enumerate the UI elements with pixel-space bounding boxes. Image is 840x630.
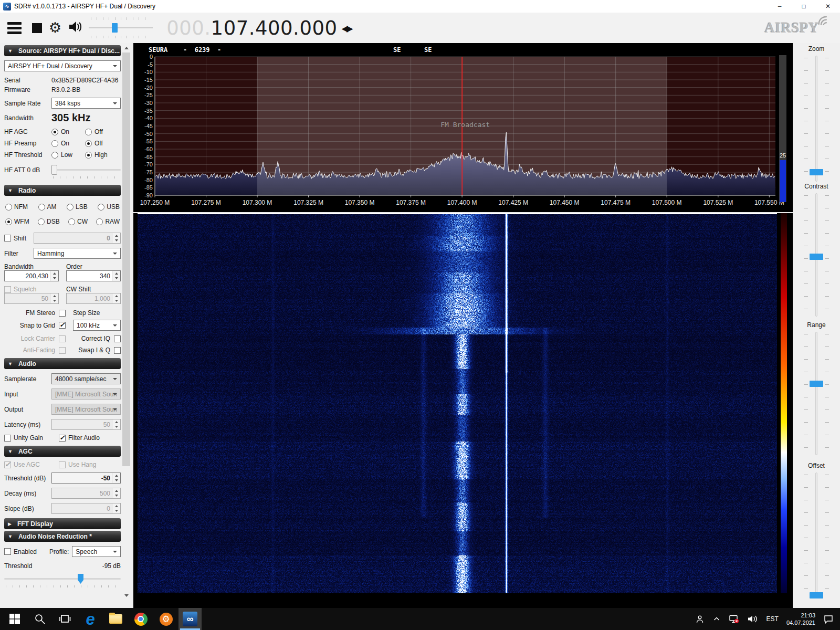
anr-threshold-slider[interactable] [4, 574, 121, 584]
radio-icon[interactable] [51, 140, 58, 147]
waterfall-display[interactable] [138, 213, 777, 593]
audio-panel-header[interactable]: ▼Audio [4, 358, 121, 369]
agc-panel-header[interactable]: ▼AGC [4, 446, 121, 457]
people-icon[interactable] [695, 615, 705, 624]
unity-gain-row[interactable]: Unity Gain [4, 434, 59, 442]
samplerate-select[interactable]: 48000 sample/sec [51, 373, 121, 384]
settings-gear-icon[interactable]: ⚙ [49, 21, 61, 35]
collapse-arrow-icon[interactable]: ▼ [8, 188, 13, 193]
edge-browser-icon[interactable]: e [78, 608, 103, 630]
language-indicator[interactable]: EST [766, 615, 779, 623]
volume-slider[interactable] [89, 16, 153, 39]
order-input[interactable]: 340 [66, 270, 121, 281]
radio-icon[interactable] [68, 218, 75, 225]
settings-app-icon[interactable]: ⚙ [153, 608, 178, 630]
tune-down-icon[interactable]: ◂ [342, 20, 347, 35]
shift-checkbox-row[interactable]: Shift [4, 235, 34, 242]
hf-preamp-off-option[interactable]: Off [85, 140, 103, 147]
sdrsharp-taskbar-icon[interactable]: ∞ [178, 608, 202, 630]
tune-up-icon[interactable]: ▸ [346, 20, 352, 35]
unity-gain-checkbox[interactable] [4, 435, 11, 442]
range-slider-thumb[interactable] [810, 381, 823, 387]
filter-audio-checkbox[interactable] [59, 435, 66, 442]
shift-checkbox[interactable] [4, 235, 11, 242]
squelch-checkbox-row[interactable]: Squelch [4, 286, 59, 293]
filter-audio-row[interactable]: Filter Audio [59, 434, 100, 442]
mode-wfm[interactable]: WFM [5, 218, 29, 225]
fm-stereo-checkbox[interactable] [59, 310, 66, 317]
file-explorer-icon[interactable] [103, 608, 128, 630]
clock[interactable]: 21:03 04.07.2021 [786, 612, 815, 627]
range-slider[interactable] [815, 332, 817, 455]
frequency-main[interactable]: 107.400.000 [211, 17, 338, 39]
radio-icon[interactable] [85, 129, 92, 135]
radio-panel-header[interactable]: ▼Radio [4, 185, 121, 196]
anr-panel-header[interactable]: ▼Audio Noise Reduction * [4, 531, 121, 542]
volume-thumb[interactable] [112, 23, 118, 33]
mode-lsb[interactable]: LSB [67, 203, 88, 211]
hf-threshold-high-option[interactable]: High [85, 151, 108, 159]
radio-icon[interactable] [38, 204, 45, 211]
minimize-button[interactable]: – [768, 0, 792, 13]
hf-att-thumb[interactable] [51, 165, 57, 175]
swap-iq-checkbox[interactable] [114, 347, 121, 354]
maximize-button[interactable]: □ [792, 0, 816, 13]
frequency-display[interactable]: 000.107.400.000 [166, 17, 337, 39]
mode-dsb[interactable]: DSB [38, 218, 60, 225]
radio-selected-icon[interactable] [51, 129, 58, 135]
close-button[interactable]: ✕ [816, 0, 840, 13]
source-panel-header[interactable]: ▼Source: AIRSPY HF+ Dual / Disc... [4, 45, 121, 56]
mode-raw[interactable]: RAW [96, 218, 120, 225]
hf-agc-off-option[interactable]: Off [85, 128, 103, 135]
chrome-browser-icon[interactable] [128, 608, 153, 630]
scrollbar-thumb[interactable] [122, 52, 130, 466]
mute-speaker-icon[interactable] [68, 20, 82, 36]
collapse-arrow-icon[interactable]: ▼ [8, 48, 13, 54]
radio-selected-icon[interactable] [85, 152, 92, 159]
contrast-slider-thumb[interactable] [810, 254, 823, 260]
hf-att-slider[interactable] [51, 165, 121, 175]
collapse-arrow-icon[interactable]: ▼ [8, 361, 13, 366]
radio-selected-icon[interactable] [85, 140, 92, 147]
snap-to-grid-checkbox[interactable] [59, 322, 66, 329]
offset-slider-thumb[interactable] [810, 592, 823, 598]
tray-expand-chevron-icon[interactable] [712, 615, 721, 623]
tune-step-arrows[interactable]: ◂▸ [342, 20, 352, 36]
filter-select[interactable]: Hamming [34, 248, 121, 259]
anr-profile-select[interactable]: Speech [72, 546, 121, 557]
source-device-select[interactable]: AIRSPY HF+ Dual / Discovery [4, 60, 121, 71]
radio-icon[interactable] [98, 204, 104, 211]
mode-am[interactable]: AM [38, 203, 57, 211]
start-button[interactable] [2, 608, 27, 630]
collapse-arrow-icon[interactable]: ▼ [8, 534, 13, 539]
action-center-icon[interactable] [823, 614, 834, 624]
scroll-down-icon[interactable] [122, 592, 131, 600]
collapse-arrow-icon[interactable]: ▼ [8, 449, 13, 454]
network-icon[interactable] [729, 614, 739, 624]
mode-nfm[interactable]: NFM [5, 203, 28, 211]
hf-preamp-on-option[interactable]: On [51, 140, 85, 147]
zoom-slider-thumb[interactable] [810, 169, 823, 175]
step-size-select[interactable]: 100 kHz [73, 320, 121, 331]
stop-button[interactable] [32, 23, 42, 33]
hf-agc-on-option[interactable]: On [51, 128, 85, 135]
anr-threshold-thumb[interactable] [78, 574, 83, 584]
panel-scrollbar[interactable] [122, 44, 131, 607]
anr-enabled-checkbox[interactable] [4, 548, 11, 555]
mode-cw[interactable]: CW [68, 218, 88, 225]
scroll-up-icon[interactable] [122, 44, 131, 52]
zoom-slider[interactable] [815, 56, 817, 182]
radio-icon[interactable] [67, 204, 74, 211]
speaker-icon[interactable] [747, 614, 759, 624]
radio-icon[interactable] [51, 152, 58, 159]
expand-arrow-icon[interactable]: ▶ [8, 521, 12, 527]
sample-rate-select[interactable]: 384 ksps [51, 98, 121, 109]
fft-display-panel-header[interactable]: ▶FFT Display [4, 518, 121, 529]
hf-threshold-low-option[interactable]: Low [51, 151, 85, 159]
radio-bandwidth-input[interactable]: 200,430 [4, 270, 59, 281]
radio-icon[interactable] [38, 218, 45, 225]
radio-selected-icon[interactable] [5, 218, 12, 225]
anr-enabled-row[interactable]: Enabled [4, 548, 49, 555]
task-view-icon[interactable] [52, 608, 78, 630]
radio-icon[interactable] [5, 204, 12, 211]
